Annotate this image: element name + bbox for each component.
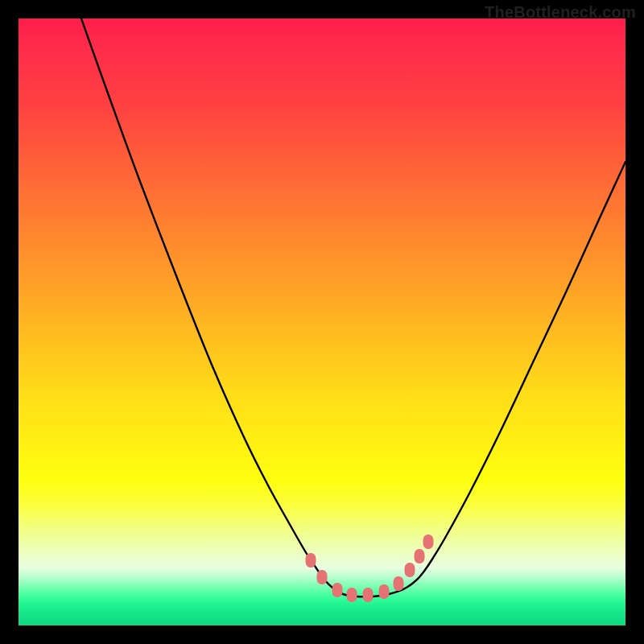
valley-marker <box>415 549 425 564</box>
valley-marker <box>347 588 357 602</box>
bottleneck-curve-path <box>81 19 625 597</box>
valley-marker <box>423 535 434 549</box>
valley-marker <box>363 588 374 602</box>
watermark-text: TheBottleneck.com <box>485 3 636 22</box>
valley-marker-group <box>306 535 434 602</box>
valley-marker <box>332 583 343 597</box>
chart-frame: TheBottleneck.com <box>0 0 644 644</box>
valley-marker <box>306 553 316 568</box>
valley-marker <box>405 563 415 577</box>
valley-marker <box>379 584 390 599</box>
valley-marker <box>317 570 328 584</box>
plot-area <box>19 19 625 625</box>
valley-marker <box>394 576 404 591</box>
curve-svg <box>19 19 625 625</box>
